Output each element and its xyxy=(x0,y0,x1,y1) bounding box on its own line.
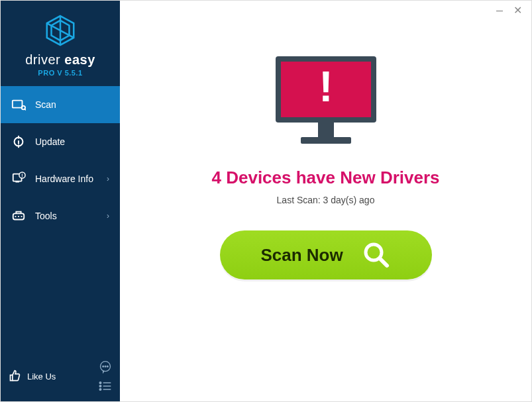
svg-rect-12 xyxy=(15,181,19,183)
sidebar-item-label: Scan xyxy=(35,99,109,110)
sidebar: driver easy PRO V 5.5.1 Scan Update xyxy=(1,1,120,401)
sidebar-item-label: Tools xyxy=(35,211,107,221)
brand-name-bold: easy xyxy=(64,52,95,67)
chevron-right-icon: › xyxy=(107,174,109,183)
main-panel: – ✕ ! 4 Devices have New Drivers Last Sc… xyxy=(120,1,531,401)
sidebar-item-scan[interactable]: Scan xyxy=(1,86,120,123)
alert-monitor-illustration: ! xyxy=(269,52,383,153)
app-version: PRO V 5.5.1 xyxy=(1,69,120,77)
minimize-button[interactable]: – xyxy=(496,3,503,17)
svg-text:!: ! xyxy=(319,63,333,111)
svg-rect-32 xyxy=(318,123,334,137)
svg-text:i: i xyxy=(22,173,23,177)
svg-line-6 xyxy=(25,109,26,110)
scan-icon xyxy=(11,97,26,112)
sidebar-item-label: Update xyxy=(35,136,109,147)
svg-point-21 xyxy=(105,366,106,367)
svg-rect-33 xyxy=(301,137,351,144)
sidebar-nav: Scan Update i Hardware Info › xyxy=(1,86,120,354)
chevron-right-icon: › xyxy=(107,211,109,221)
menu-list-icon[interactable] xyxy=(99,380,112,392)
like-us-label: Like Us xyxy=(27,372,56,381)
hardware-icon: i xyxy=(11,172,26,186)
svg-point-25 xyxy=(99,385,101,387)
svg-line-35 xyxy=(380,258,387,266)
update-icon xyxy=(11,134,26,149)
tools-icon xyxy=(11,209,26,223)
scan-result-headline: 4 Devices have New Drivers xyxy=(212,168,440,188)
sidebar-footer: Like Us xyxy=(1,354,120,401)
svg-rect-4 xyxy=(13,101,23,108)
svg-rect-8 xyxy=(18,140,19,144)
brand-name: driver easy xyxy=(1,52,120,68)
svg-point-20 xyxy=(103,366,104,367)
sidebar-item-label: Hardware Info xyxy=(35,174,107,184)
magnify-icon xyxy=(362,240,391,270)
like-us-button[interactable]: Like Us xyxy=(9,370,56,383)
sidebar-item-tools[interactable]: Tools › xyxy=(1,197,120,234)
app-logo-icon xyxy=(42,13,78,48)
svg-rect-9 xyxy=(18,136,19,139)
svg-point-27 xyxy=(99,389,101,391)
sidebar-item-update[interactable]: Update xyxy=(1,123,120,160)
thumbs-up-icon xyxy=(9,370,22,383)
scan-now-label: Scan Now xyxy=(260,245,343,266)
svg-point-22 xyxy=(107,366,109,367)
last-scan-label: Last Scan: 3 day(s) ago xyxy=(277,195,375,205)
sidebar-item-hardware-info[interactable]: i Hardware Info › xyxy=(1,160,120,197)
brand-name-light: driver xyxy=(25,52,60,67)
close-button[interactable]: ✕ xyxy=(513,4,522,17)
logo-area: driver easy PRO V 5.5.1 xyxy=(1,1,120,86)
feedback-icon[interactable] xyxy=(99,360,112,374)
svg-rect-10 xyxy=(18,145,19,148)
scan-now-button[interactable]: Scan Now xyxy=(220,230,432,279)
window-controls: – ✕ xyxy=(496,1,531,19)
svg-point-23 xyxy=(99,382,101,384)
